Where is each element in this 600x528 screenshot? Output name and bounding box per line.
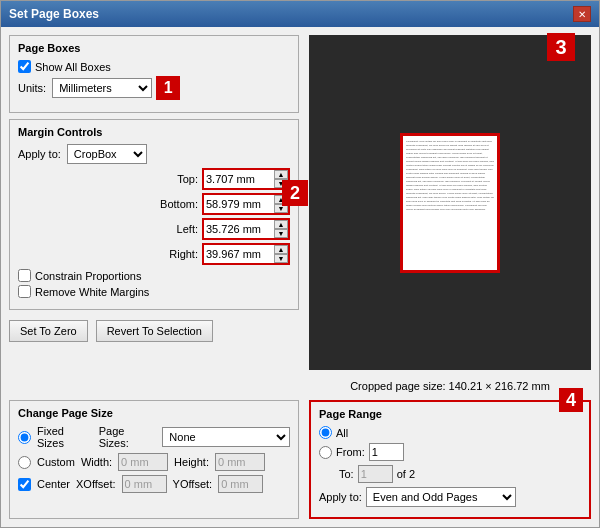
set-page-boxes-window: Set Page Boxes ✕ Page Boxes Show All Box… [0, 0, 600, 528]
window-controls: ✕ [573, 6, 591, 22]
set-to-zero-button[interactable]: Set To Zero [9, 320, 88, 342]
revert-to-selection-button[interactable]: Revert To Selection [96, 320, 213, 342]
left-spin-down[interactable]: ▼ [274, 229, 288, 238]
page-sizes-select[interactable]: None Letter A4 Legal A3 [162, 427, 290, 447]
center-label: Center [37, 478, 70, 490]
custom-label: Custom [37, 456, 75, 468]
top-row: Top: ▲ ▼ [18, 168, 290, 190]
badge-2: 2 [282, 180, 308, 206]
to-radio-row: To: of 2 [319, 465, 581, 483]
right-spinner: ▲ ▼ [274, 245, 288, 263]
page-range-group: 4 Page Range All From: To: of 2 Apply to… [309, 400, 591, 519]
units-select[interactable]: Millimeters Inches Points [52, 78, 152, 98]
custom-row: Custom Width: Height: [18, 453, 290, 471]
from-radio[interactable] [319, 446, 332, 459]
center-checkbox[interactable] [18, 478, 31, 491]
of-label: of 2 [397, 468, 415, 480]
right-row: Right: ▲ ▼ [18, 243, 290, 265]
left-spin-up[interactable]: ▲ [274, 220, 288, 229]
cropped-size-label: Cropped page size: 140.21 × 216.72 mm [309, 380, 591, 392]
apply-to-select[interactable]: CropBox MediaBox TrimBox BleedBox ArtBox [67, 144, 147, 164]
fixed-sizes-radio[interactable] [18, 431, 31, 444]
badge-3: 3 [547, 33, 575, 61]
margin-controls-group: Margin Controls Apply to: CropBox MediaB… [9, 119, 299, 310]
close-button[interactable]: ✕ [573, 6, 591, 22]
from-input[interactable] [369, 443, 404, 461]
remove-white-label: Remove White Margins [35, 286, 149, 298]
right-label: Right: [158, 248, 198, 260]
margin-controls-label: Margin Controls [18, 126, 290, 138]
from-radio-row: From: [319, 443, 581, 461]
top-spin-up[interactable]: ▲ [274, 170, 288, 179]
fixed-sizes-row: Fixed Sizes Page Sizes: None Letter A4 L… [18, 425, 290, 449]
left-input-wrap: ▲ ▼ [202, 218, 290, 240]
center-row: Center XOffset: YOffset: [18, 475, 290, 493]
right-spin-up[interactable]: ▲ [274, 245, 288, 254]
right-input-wrap: ▲ ▼ [202, 243, 290, 265]
top-input-wrap: ▲ ▼ [202, 168, 290, 190]
right-spin-down[interactable]: ▼ [274, 254, 288, 263]
all-radio-row: All [319, 426, 581, 439]
units-label: Units: [18, 82, 46, 94]
preview-page-content: Consequat. Duis autem vel eum iriure dol… [403, 136, 497, 217]
bottom-label: Bottom: [158, 198, 198, 210]
constrain-row: Constrain Proportions [18, 269, 290, 282]
preview-page: Consequat. Duis autem vel eum iriure dol… [400, 133, 500, 273]
remove-white-checkbox[interactable] [18, 285, 31, 298]
change-page-size-label: Change Page Size [18, 407, 290, 419]
show-all-boxes-checkbox[interactable] [18, 60, 31, 73]
right-input[interactable] [204, 245, 274, 263]
apply-to-page-range-row: Apply to: Even and Odd Pages Even Pages … [319, 487, 581, 507]
fixed-sizes-label: Fixed Sizes [37, 425, 93, 449]
width-input[interactable] [118, 453, 168, 471]
xoffset-input[interactable] [122, 475, 167, 493]
top-input[interactable] [204, 170, 274, 188]
left-spinner: ▲ ▼ [274, 220, 288, 238]
height-label: Height: [174, 456, 209, 468]
constrain-checkbox[interactable] [18, 269, 31, 282]
show-all-boxes-row: Show All Boxes [18, 60, 290, 73]
page-boxes-group: Page Boxes Show All Boxes Units: Millime… [9, 35, 299, 113]
constrain-label: Constrain Proportions [35, 270, 141, 282]
yoffset-input[interactable] [218, 475, 263, 493]
xoffset-label: XOffset: [76, 478, 116, 490]
badge-1: 1 [156, 76, 180, 100]
left-panel: Page Boxes Show All Boxes Units: Millime… [9, 35, 299, 392]
badge-4: 4 [559, 388, 583, 412]
from-label: From: [336, 446, 365, 458]
all-radio[interactable] [319, 426, 332, 439]
top-label: Top: [158, 173, 198, 185]
action-buttons-row: Set To Zero Revert To Selection [9, 320, 299, 342]
left-label: Left: [158, 223, 198, 235]
left-input[interactable] [204, 220, 274, 238]
change-page-size-group: Change Page Size Fixed Sizes Page Sizes:… [9, 400, 299, 519]
main-content: Page Boxes Show All Boxes Units: Millime… [1, 27, 599, 400]
preview-area: Consequat. Duis autem vel eum iriure dol… [309, 35, 591, 370]
left-row: Left: ▲ ▼ [18, 218, 290, 240]
apply-to-page-range-label: Apply to: [319, 491, 362, 503]
bottom-section: Change Page Size Fixed Sizes Page Sizes:… [1, 400, 599, 527]
window-title: Set Page Boxes [9, 7, 99, 21]
apply-to-label: Apply to: [18, 148, 61, 160]
bottom-input-wrap: ▲ ▼ [202, 193, 290, 215]
page-boxes-label: Page Boxes [18, 42, 290, 54]
page-range-label: Page Range [319, 408, 581, 420]
right-panel: 3 Consequat. Duis autem vel eum iriure d… [309, 35, 591, 392]
to-input[interactable] [358, 465, 393, 483]
height-input[interactable] [215, 453, 265, 471]
apply-to-page-range-select[interactable]: Even and Odd Pages Even Pages Only Odd P… [366, 487, 516, 507]
units-wrapper: Millimeters Inches Points 1 [52, 76, 180, 100]
bottom-input[interactable] [204, 195, 274, 213]
all-label: All [336, 427, 348, 439]
yoffset-label: YOffset: [173, 478, 213, 490]
bottom-row: Bottom: ▲ ▼ [18, 193, 290, 215]
remove-white-row: Remove White Margins [18, 285, 290, 298]
width-label: Width: [81, 456, 112, 468]
to-label: To: [339, 468, 354, 480]
page-sizes-label: Page Sizes: [99, 425, 157, 449]
apply-to-row: Apply to: CropBox MediaBox TrimBox Bleed… [18, 144, 290, 164]
title-bar: Set Page Boxes ✕ [1, 1, 599, 27]
units-row: Units: Millimeters Inches Points 1 [18, 76, 290, 100]
custom-radio[interactable] [18, 456, 31, 469]
show-all-boxes-label: Show All Boxes [35, 61, 111, 73]
